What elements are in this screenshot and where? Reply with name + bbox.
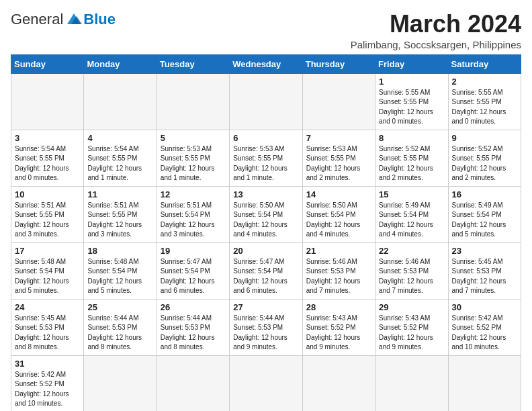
calendar-cell: 19Sunrise: 5:47 AM Sunset: 5:54 PM Dayli… [157, 242, 229, 299]
location-subtitle: Palimbang, Soccsksargen, Philippines [351, 39, 521, 50]
day-info: Sunrise: 5:48 AM Sunset: 5:54 PM Dayligh… [87, 257, 152, 296]
day-number: 24 [15, 302, 80, 312]
day-number: 8 [379, 133, 444, 143]
day-info: Sunrise: 5:44 AM Sunset: 5:53 PM Dayligh… [87, 314, 152, 353]
calendar-cell: 15Sunrise: 5:49 AM Sunset: 5:54 PM Dayli… [375, 186, 448, 242]
day-number: 9 [452, 133, 517, 143]
day-number: 11 [87, 189, 152, 199]
day-info: Sunrise: 5:47 AM Sunset: 5:54 PM Dayligh… [161, 257, 226, 296]
calendar-cell: 12Sunrise: 5:51 AM Sunset: 5:54 PM Dayli… [157, 186, 229, 242]
day-number: 13 [233, 189, 298, 199]
calendar-cell: 29Sunrise: 5:43 AM Sunset: 5:52 PM Dayli… [375, 299, 448, 355]
calendar-cell: 17Sunrise: 5:48 AM Sunset: 5:54 PM Dayli… [11, 242, 84, 299]
day-number: 17 [15, 246, 80, 256]
calendar-cell: 26Sunrise: 5:44 AM Sunset: 5:53 PM Dayli… [157, 299, 229, 355]
calendar-cell: 4Sunrise: 5:54 AM Sunset: 5:55 PM Daylig… [84, 130, 157, 186]
calendar-cell [11, 73, 84, 130]
calendar-week-1: 1Sunrise: 5:55 AM Sunset: 5:55 PM Daylig… [11, 73, 521, 130]
day-info: Sunrise: 5:54 AM Sunset: 5:55 PM Dayligh… [87, 144, 152, 183]
calendar-week-5: 24Sunrise: 5:45 AM Sunset: 5:53 PM Dayli… [11, 299, 521, 355]
logo-icon [64, 12, 83, 27]
month-year-title: March 2024 [351, 11, 521, 38]
day-info: Sunrise: 5:43 AM Sunset: 5:52 PM Dayligh… [379, 314, 444, 353]
day-info: Sunrise: 5:45 AM Sunset: 5:53 PM Dayligh… [15, 314, 80, 353]
day-info: Sunrise: 5:54 AM Sunset: 5:55 PM Dayligh… [15, 144, 80, 183]
weekday-header-row: SundayMondayTuesdayWednesdayThursdayFrid… [11, 54, 521, 73]
day-info: Sunrise: 5:48 AM Sunset: 5:54 PM Dayligh… [15, 257, 80, 296]
calendar-cell: 21Sunrise: 5:46 AM Sunset: 5:53 PM Dayli… [302, 242, 375, 299]
calendar-cell: 25Sunrise: 5:44 AM Sunset: 5:53 PM Dayli… [84, 299, 157, 355]
calendar-cell: 9Sunrise: 5:52 AM Sunset: 5:55 PM Daylig… [448, 130, 521, 186]
day-number: 31 [15, 359, 80, 369]
day-number: 1 [379, 77, 444, 87]
day-info: Sunrise: 5:49 AM Sunset: 5:54 PM Dayligh… [379, 201, 444, 240]
day-info: Sunrise: 5:51 AM Sunset: 5:55 PM Dayligh… [15, 201, 80, 240]
calendar-cell [157, 355, 229, 411]
weekday-header-tuesday: Tuesday [157, 54, 229, 73]
day-number: 29 [379, 302, 444, 312]
day-number: 6 [233, 133, 298, 143]
weekday-header-sunday: Sunday [11, 54, 84, 73]
day-number: 3 [15, 133, 80, 143]
calendar-cell: 2Sunrise: 5:55 AM Sunset: 5:55 PM Daylig… [448, 73, 521, 130]
day-number: 7 [306, 133, 371, 143]
calendar-cell: 14Sunrise: 5:50 AM Sunset: 5:54 PM Dayli… [302, 186, 375, 242]
day-number: 27 [233, 302, 298, 312]
day-info: Sunrise: 5:52 AM Sunset: 5:55 PM Dayligh… [379, 144, 444, 183]
calendar-week-6: 31Sunrise: 5:42 AM Sunset: 5:52 PM Dayli… [11, 355, 521, 411]
day-info: Sunrise: 5:47 AM Sunset: 5:54 PM Dayligh… [233, 257, 298, 296]
calendar-cell [157, 73, 229, 130]
day-number: 23 [452, 246, 517, 256]
day-number: 18 [87, 246, 152, 256]
calendar-cell [84, 73, 157, 130]
calendar-cell: 31Sunrise: 5:42 AM Sunset: 5:52 PM Dayli… [11, 355, 84, 411]
day-info: Sunrise: 5:46 AM Sunset: 5:53 PM Dayligh… [306, 257, 371, 296]
logo-general-text: General [11, 11, 63, 28]
calendar-cell: 28Sunrise: 5:43 AM Sunset: 5:52 PM Dayli… [302, 299, 375, 355]
calendar-cell: 27Sunrise: 5:44 AM Sunset: 5:53 PM Dayli… [230, 299, 302, 355]
day-number: 19 [161, 246, 226, 256]
calendar-cell [375, 355, 448, 411]
day-number: 10 [15, 189, 80, 199]
day-number: 26 [161, 302, 226, 312]
day-info: Sunrise: 5:44 AM Sunset: 5:53 PM Dayligh… [161, 314, 226, 353]
day-info: Sunrise: 5:50 AM Sunset: 5:54 PM Dayligh… [233, 201, 298, 240]
logo: General Blue [11, 11, 116, 28]
calendar-cell: 22Sunrise: 5:46 AM Sunset: 5:53 PM Dayli… [375, 242, 448, 299]
day-number: 21 [306, 246, 371, 256]
calendar-cell [230, 355, 302, 411]
day-number: 2 [452, 77, 517, 87]
day-info: Sunrise: 5:53 AM Sunset: 5:55 PM Dayligh… [233, 144, 298, 183]
calendar-cell: 16Sunrise: 5:49 AM Sunset: 5:54 PM Dayli… [448, 186, 521, 242]
calendar-cell: 13Sunrise: 5:50 AM Sunset: 5:54 PM Dayli… [230, 186, 302, 242]
day-info: Sunrise: 5:43 AM Sunset: 5:52 PM Dayligh… [306, 314, 371, 353]
title-area: March 2024 Palimbang, Soccsksargen, Phil… [351, 11, 521, 50]
weekday-header-thursday: Thursday [302, 54, 375, 73]
day-number: 25 [87, 302, 152, 312]
calendar-cell: 1Sunrise: 5:55 AM Sunset: 5:55 PM Daylig… [375, 73, 448, 130]
logo-blue-text: Blue [83, 11, 116, 28]
day-info: Sunrise: 5:49 AM Sunset: 5:54 PM Dayligh… [452, 201, 517, 240]
weekday-header-saturday: Saturday [448, 54, 521, 73]
calendar-cell [84, 355, 157, 411]
day-number: 15 [379, 189, 444, 199]
calendar-cell: 7Sunrise: 5:53 AM Sunset: 5:55 PM Daylig… [302, 130, 375, 186]
calendar-table: SundayMondayTuesdayWednesdayThursdayFrid… [11, 54, 521, 411]
calendar-cell: 18Sunrise: 5:48 AM Sunset: 5:54 PM Dayli… [84, 242, 157, 299]
day-number: 22 [379, 246, 444, 256]
calendar-week-3: 10Sunrise: 5:51 AM Sunset: 5:55 PM Dayli… [11, 186, 521, 242]
calendar-cell: 11Sunrise: 5:51 AM Sunset: 5:55 PM Dayli… [84, 186, 157, 242]
calendar-cell [230, 73, 302, 130]
day-info: Sunrise: 5:53 AM Sunset: 5:55 PM Dayligh… [306, 144, 371, 183]
day-info: Sunrise: 5:51 AM Sunset: 5:54 PM Dayligh… [161, 201, 226, 240]
calendar-week-2: 3Sunrise: 5:54 AM Sunset: 5:55 PM Daylig… [11, 130, 521, 186]
day-number: 16 [452, 189, 517, 199]
calendar-cell: 8Sunrise: 5:52 AM Sunset: 5:55 PM Daylig… [375, 130, 448, 186]
calendar-cell [302, 355, 375, 411]
day-info: Sunrise: 5:55 AM Sunset: 5:55 PM Dayligh… [379, 88, 444, 127]
day-number: 14 [306, 189, 371, 199]
day-info: Sunrise: 5:51 AM Sunset: 5:55 PM Dayligh… [87, 201, 152, 240]
calendar-cell: 5Sunrise: 5:53 AM Sunset: 5:55 PM Daylig… [157, 130, 229, 186]
day-info: Sunrise: 5:42 AM Sunset: 5:52 PM Dayligh… [15, 370, 80, 409]
header: General Blue March 2024 Palimbang, Soccs… [11, 11, 521, 50]
